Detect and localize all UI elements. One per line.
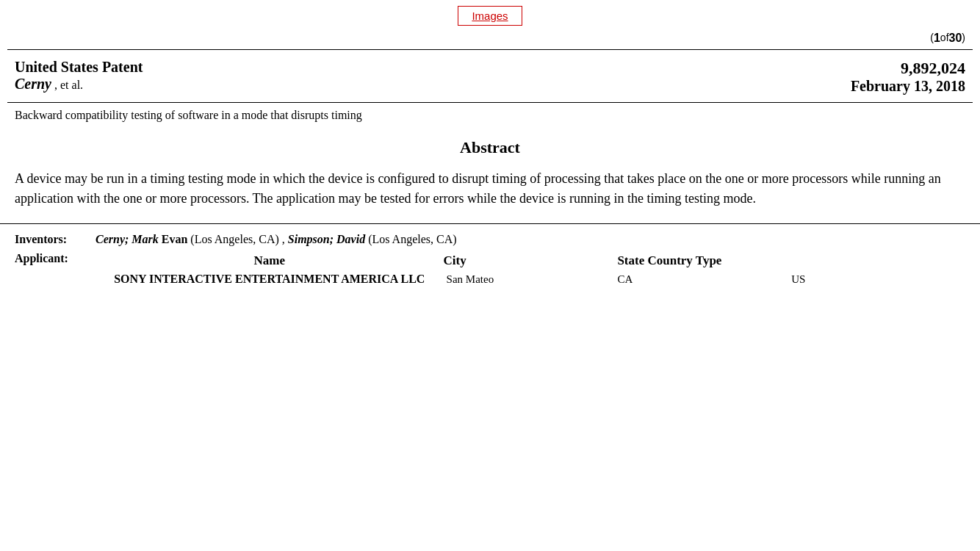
patent-title: Backward compatibility testing of softwa… [0,103,980,131]
pagination-suffix: ) [962,32,965,45]
total-pages: 30 [949,32,962,45]
applicant-state: CA [617,273,791,286]
abstract-section: Abstract A device may be run in a timing… [0,131,980,223]
details-section: Inventors: Cerny; Mark Evan (Los Angeles… [0,223,980,299]
inventor-name: Cerny [15,76,51,92]
applicant-company-name: SONY INTERACTIVE ENTERTAINMENT AMERICA L… [96,273,444,286]
inventors-row: Inventors: Cerny; Mark Evan (Los Angeles… [15,233,965,246]
inventor-1-first: Evan [162,233,188,245]
inventors-label: Inventors: [15,233,96,246]
pagination-separator: of [940,32,949,45]
inventor-line: Cerny , et al. [15,76,143,93]
inventor-1-name: Cerny; Mark [96,233,159,245]
patent-header-right: 9,892,024 February 13, 2018 [851,59,965,95]
applicant-city: San Mateo [444,273,618,286]
col-header-state-country-type: State Country Type [617,253,791,268]
images-button[interactable]: Images [458,6,522,26]
patent-header-left: United States Patent Cerny , et al. [15,59,143,93]
inventor-2-name: Simpson; David [288,233,365,245]
pagination-bar: ( 1 of 30 ) [0,29,980,49]
patent-date: February 13, 2018 [851,78,965,95]
inventor-suffix: , et al. [54,79,83,91]
abstract-heading: Abstract [15,138,965,157]
applicant-table: Name City State Country Type SONY INTERA… [96,252,965,289]
patent-type: United States Patent [15,59,143,76]
applicant-label: Applicant: [15,252,96,265]
applicant-table-header: Name City State Country Type [96,252,965,270]
abstract-text: A device may be run in a timing testing … [15,169,965,209]
patent-header: United States Patent Cerny , et al. 9,89… [0,50,980,102]
patent-number: 9,892,024 [851,59,965,78]
top-nav: Images [0,0,980,29]
applicant-row: Applicant: Name City State Country Type … [15,252,965,289]
inventors-separator: , [282,233,288,245]
col-header-city: City [444,253,618,268]
col-header-name: Name [96,253,444,268]
inventor-2-location: (Los Angeles, CA) [368,233,456,245]
inventor-1-location: (Los Angeles, CA) [190,233,278,245]
current-page: 1 [934,32,940,45]
inventors-value: Cerny; Mark Evan (Los Angeles, CA) , Sim… [96,233,457,246]
applicant-country: US [791,273,965,286]
applicant-table-row: SONY INTERACTIVE ENTERTAINMENT AMERICA L… [96,270,965,289]
